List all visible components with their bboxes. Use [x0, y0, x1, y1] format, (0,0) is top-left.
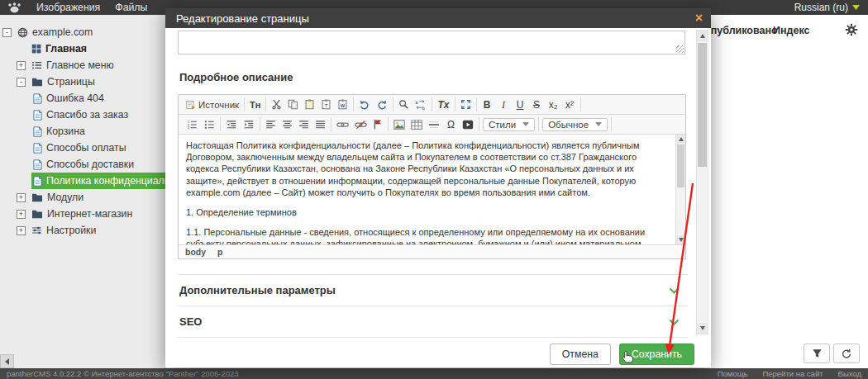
- align-right-button[interactable]: [297, 119, 311, 130]
- styles-dropdown[interactable]: Стили: [483, 118, 535, 131]
- filter-button[interactable]: [804, 343, 830, 363]
- sidebar-item-payment-methods[interactable]: Способы оплаты: [0, 140, 165, 156]
- save-button[interactable]: Сохранить: [619, 343, 694, 365]
- path-item-p[interactable]: p: [217, 247, 222, 257]
- numbered-list-button[interactable]: 123: [184, 119, 199, 130]
- horizontal-scroll-left-arrow[interactable]: [0, 354, 14, 368]
- underline-button[interactable]: U: [513, 98, 527, 111]
- tree-toggle-plus-icon[interactable]: +: [17, 193, 26, 202]
- editor-text[interactable]: Настоящая Политика конфиденциальности (д…: [179, 135, 675, 244]
- strike-button[interactable]: S: [530, 98, 544, 111]
- tree-item-content: Главное меню: [30, 57, 165, 73]
- tree-toggle-minus-icon[interactable]: -: [17, 78, 26, 87]
- modal-title: Редактирование страницы: [176, 12, 309, 25]
- left-triangle-icon: [5, 358, 9, 365]
- logo-icon[interactable]: [7, 2, 23, 13]
- align-left-button[interactable]: [264, 119, 278, 130]
- maximize-button[interactable]: [459, 98, 473, 111]
- table-button[interactable]: [409, 119, 424, 130]
- sidebar-item-order-thanks[interactable]: Спасибо за заказ: [0, 107, 165, 123]
- sidebar-item-settings[interactable]: +Настройки: [0, 222, 165, 239]
- topbar-menu-item-files[interactable]: Файлы: [115, 2, 147, 13]
- align-left-icon: [265, 120, 276, 130]
- horizontal-rule-button[interactable]: [427, 119, 441, 130]
- help-link[interactable]: Помощь: [718, 369, 748, 378]
- editor-content[interactable]: Настоящая Политика конфиденциальности (д…: [179, 135, 685, 244]
- superscript-button[interactable]: x²: [563, 98, 577, 111]
- subscript-button[interactable]: x₂: [546, 98, 560, 111]
- scroll-up-arrow[interactable]: [697, 31, 708, 41]
- sidebar-item-privacy-policy[interactable]: Политика конфиденциальности: [0, 173, 165, 189]
- resize-grip-icon[interactable]: [676, 45, 684, 53]
- gear-icon[interactable]: [845, 23, 858, 36]
- remove-format-button[interactable]: Tx: [436, 98, 451, 111]
- sidebar-item-modules[interactable]: +Модули: [0, 189, 165, 206]
- modal-scrollbar[interactable]: [696, 30, 708, 334]
- copy-button[interactable]: [286, 98, 300, 111]
- refresh-button[interactable]: [833, 343, 860, 363]
- bulleted-list-button[interactable]: [202, 119, 217, 130]
- sidebar-item-online-store[interactable]: +Интернет-магазин: [0, 206, 165, 222]
- source-button[interactable]: Источник: [184, 99, 241, 111]
- tree-toggle-plus-icon[interactable]: +: [17, 226, 26, 235]
- tree-item-label: Способы оплаты: [46, 142, 126, 154]
- media-button[interactable]: [460, 119, 475, 130]
- sidebar-item-home[interactable]: Главная: [0, 40, 165, 57]
- scrollbar-thumb[interactable]: [698, 43, 707, 167]
- sidebar-item-site-root[interactable]: -example.com: [0, 24, 165, 40]
- bold-button[interactable]: B: [480, 98, 494, 111]
- goto-site-link[interactable]: Перейти на сайт: [762, 369, 823, 378]
- italic-glyph: I: [498, 99, 509, 111]
- undo-button[interactable]: [357, 98, 372, 111]
- path-item-body[interactable]: body: [185, 247, 206, 257]
- tree-item-content: Корзина: [31, 123, 165, 140]
- align-justify-button[interactable]: [313, 119, 327, 130]
- anchor-button[interactable]: [371, 118, 384, 130]
- sidebar-item-delivery-methods[interactable]: Способы доставки: [0, 156, 165, 173]
- scroll-down-arrow[interactable]: [676, 235, 685, 244]
- tree-toggle-plus-icon[interactable]: +: [17, 210, 26, 219]
- cut-button[interactable]: [269, 98, 284, 111]
- section-seo[interactable]: SEO: [178, 306, 688, 338]
- replace-button[interactable]: ab: [413, 98, 428, 111]
- tree-toggle-plus-icon[interactable]: +: [17, 61, 26, 70]
- cancel-button[interactable]: Отмена: [550, 343, 611, 365]
- indent-button[interactable]: [241, 119, 256, 130]
- align-center-button[interactable]: [280, 119, 294, 130]
- textarea-field[interactable]: [178, 31, 685, 54]
- scroll-down-arrow[interactable]: [697, 323, 708, 334]
- section-additional-params[interactable]: Дополнительные параметры: [178, 274, 688, 306]
- paste-text-button[interactable]: T: [319, 98, 333, 111]
- sidebar-item-main-menu[interactable]: +Главное меню: [0, 57, 165, 73]
- sliders-icon: [31, 225, 42, 235]
- tree-item-label: Способы доставки: [46, 159, 134, 170]
- image-button[interactable]: [392, 119, 407, 130]
- unlink-button[interactable]: [353, 119, 369, 130]
- logout-link[interactable]: Выход: [838, 369, 861, 378]
- toolbar-row: 123ΩСтилиОбычное: [179, 115, 685, 135]
- redo-button[interactable]: [374, 98, 389, 111]
- outdent-button[interactable]: [224, 119, 239, 130]
- tree-item-content: Спасибо за заказ: [31, 107, 165, 123]
- paste-button[interactable]: [303, 98, 317, 111]
- editor-scrollbar[interactable]: [675, 135, 685, 244]
- topbar-menu-item-images[interactable]: Изображения: [36, 2, 100, 13]
- paste-icon: [304, 99, 315, 110]
- close-icon[interactable]: ×: [695, 12, 703, 25]
- tree-toggle-minus-icon[interactable]: -: [2, 28, 12, 37]
- format-dropdown[interactable]: Обычное: [542, 118, 608, 131]
- scroll-up-arrow[interactable]: [676, 135, 685, 144]
- paste-word-button[interactable]: W: [336, 98, 350, 111]
- special-char-button[interactable]: Ω: [444, 118, 458, 131]
- italic-button[interactable]: I: [497, 98, 511, 111]
- sidebar-item-error-404[interactable]: Ошибка 404: [0, 90, 165, 107]
- language-selector[interactable]: Russian (ru): [794, 2, 860, 13]
- find-button[interactable]: [397, 98, 411, 111]
- link-button[interactable]: [335, 119, 351, 130]
- chevron-down-icon: [669, 319, 680, 325]
- scrollbar-thumb[interactable]: [677, 144, 684, 187]
- templates-button[interactable]: Tн: [248, 98, 262, 111]
- editor-paragraph: 1.1. Персональные данные - сведения, отн…: [186, 226, 669, 244]
- sidebar-item-pages[interactable]: -Страницы: [0, 73, 165, 90]
- sidebar-item-cart[interactable]: Корзина: [0, 123, 165, 140]
